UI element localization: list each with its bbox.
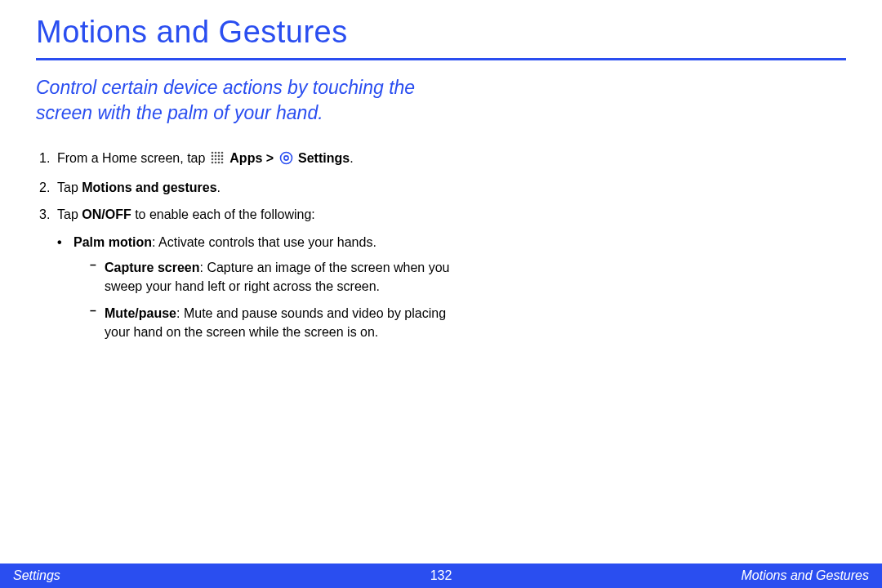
step-bold: ON/OFF <box>82 207 131 221</box>
step-body: From a Home screen, tap Apps > <box>57 149 461 170</box>
subbullet-mute-pause: – Mute/pause: Mute and pause sounds and … <box>90 304 461 341</box>
svg-point-10 <box>218 158 220 161</box>
svg-point-1 <box>215 152 217 154</box>
title-rule <box>36 58 846 60</box>
svg-point-13 <box>215 162 217 164</box>
subbullet-label: Mute/pause <box>105 306 176 320</box>
bullet-text: : Activate controls that use your hands. <box>152 235 376 249</box>
subbullet-marker: – <box>90 304 105 341</box>
svg-point-17 <box>283 156 287 160</box>
subbullet-marker: – <box>90 258 105 296</box>
svg-point-12 <box>212 162 214 164</box>
page-title: Motions and Gestures <box>36 15 846 58</box>
svg-point-16 <box>280 153 292 164</box>
step-1: 1. From a Home screen, tap Apps > <box>36 149 461 170</box>
svg-point-11 <box>221 158 224 161</box>
page-subtitle: Control certain device actions by touchi… <box>36 75 428 126</box>
svg-point-7 <box>221 155 224 158</box>
svg-point-15 <box>221 162 224 164</box>
bullet-label: Palm motion <box>74 235 152 249</box>
subbullet-label: Capture screen <box>105 261 200 274</box>
subbullet-body: Capture screen: Capture an image of the … <box>105 258 461 296</box>
bullet-body: Palm motion: Activate controls that use … <box>74 233 461 350</box>
svg-point-3 <box>221 152 224 154</box>
subbullet-body: Mute/pause: Mute and pause sounds and vi… <box>105 304 461 341</box>
step-number: 2. <box>36 178 57 197</box>
bullet-list: • Palm motion: Activate controls that us… <box>57 233 461 350</box>
svg-point-4 <box>212 155 214 158</box>
svg-point-2 <box>218 152 220 154</box>
step-3: 3. Tap ON/OFF to enable each of the foll… <box>36 205 461 224</box>
step-text-post: to enable each of the following: <box>131 207 315 221</box>
bullet-marker: • <box>57 233 74 350</box>
step-text: From a Home screen, tap <box>57 151 209 165</box>
step-punct: . <box>350 151 353 165</box>
footer-right: Motions and Gestures <box>584 568 869 583</box>
step-text: Tap <box>57 207 82 221</box>
svg-point-8 <box>212 158 214 161</box>
step-bold: Motions and gestures <box>82 180 216 194</box>
gt-separator: > <box>266 151 278 165</box>
step-number: 3. <box>36 205 57 224</box>
step-2: 2. Tap Motions and gestures. <box>36 178 461 197</box>
steps-list: 1. From a Home screen, tap Apps > <box>36 149 461 350</box>
svg-point-9 <box>215 158 217 161</box>
footer-left: Settings <box>13 568 298 583</box>
step-body: Tap ON/OFF to enable each of the followi… <box>57 205 461 224</box>
step-number: 1. <box>36 149 57 170</box>
svg-point-6 <box>218 155 220 158</box>
subbullet-list: – Capture screen: Capture an image of th… <box>90 258 461 342</box>
settings-gear-icon <box>279 151 293 170</box>
bullet-palm-motion: • Palm motion: Activate controls that us… <box>57 233 461 350</box>
apps-grid-icon <box>211 151 225 170</box>
step-text: Tap <box>57 180 82 194</box>
document-page: Motions and Gestures Control certain dev… <box>0 0 882 350</box>
svg-point-0 <box>212 152 214 154</box>
step-punct: . <box>217 180 220 194</box>
footer-page-number: 132 <box>298 568 583 583</box>
subbullet-capture-screen: – Capture screen: Capture an image of th… <box>90 258 461 296</box>
svg-point-14 <box>218 162 220 164</box>
settings-label: Settings <box>298 151 350 165</box>
step-body: Tap Motions and gestures. <box>57 178 461 197</box>
apps-label: Apps <box>229 151 262 165</box>
page-footer: Settings 132 Motions and Gestures <box>0 564 882 588</box>
svg-point-5 <box>215 155 217 158</box>
